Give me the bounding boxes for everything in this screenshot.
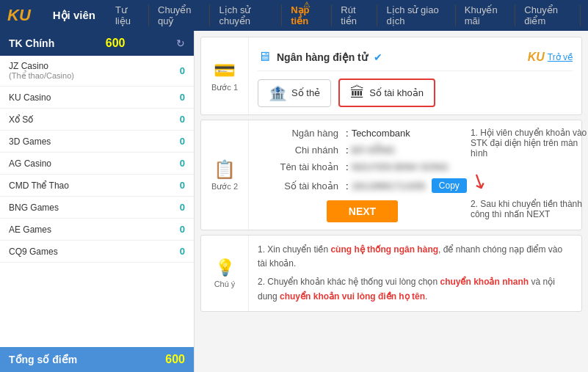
item-label: 3D Games [9,136,51,147]
note-text-2a: 2. Chuyển khoản khác hệ thống vui lòng c… [258,277,440,287]
arrow-icon: ↘ [466,167,492,196]
list-item[interactable]: JZ Casino (Thể thao/Casino) 0 [0,56,194,87]
list-item[interactable]: CQ9 Games 0 [0,241,194,263]
colon2: : [346,145,349,156]
item-value: 0 [180,224,185,235]
note-text-2c: . [425,291,427,302]
bank-top-bar: 🖥 Ngân hàng điện tử ✔ KU Trở về [258,45,573,71]
note-text-1a: 1. Xin chuyển tiền [258,244,330,255]
step2-icon-col: 📋 Bước 2 [201,120,249,230]
account-num-field-label: Số tài khoản [258,180,338,192]
note-highlight-1: cùng hệ thống ngân hàng [330,244,438,255]
sidebar: TK Chính 600 ↻ JZ Casino (Thể thao/Casin… [0,31,195,372]
bank-field-label: Ngân hàng [258,128,338,139]
warning-icon: ⚠ [303,0,311,10]
monitor-icon: 🖥 [258,49,271,65]
branch-field-label: Chi nhánh [258,145,338,156]
item-value: 0 [180,65,185,76]
item-value: 0 [180,246,185,257]
note-card: 💡 Chú ý 1. Xin chuyển tiền cùng hệ thống… [200,235,582,312]
note-icon-col: 💡 Chú ý [201,236,249,311]
section-title: Hội viên [42,9,106,22]
list-item[interactable]: CMD Thể Thao 0 [0,175,194,197]
account-num-field-value: 19119991711935 [352,180,426,192]
back-button[interactable]: Trở về [548,52,573,62]
item-value: 0 [180,114,185,125]
check-icon: ✔ [374,51,382,63]
item-label: BNG Games [9,203,59,213]
step2-body: Ngân hàng : Techcombank Chi nhánh : ĐÀ N… [258,128,588,222]
bank-section-label: Ngân hàng điện tử [277,51,368,63]
list-item[interactable]: 3D Games 0 [0,131,194,153]
item-value: 0 [180,92,185,103]
nav-khuyen-mai[interactable]: Khuyến mãi [456,4,516,26]
chuy-label: Chú ý [214,280,236,288]
bank-field-value: Techcombank [352,128,467,139]
list-item[interactable]: AG Casino 0 [0,153,194,175]
item-value: 0 [180,136,185,147]
step2-fields: Ngân hàng : Techcombank Chi nhánh : ĐÀ N… [258,128,467,222]
sidebar-header-title: TK Chính [9,37,54,49]
item-value: 0 [180,202,185,213]
header: KU Hội viên Tư liệu Chuyển quỹ Lịch sử c… [0,0,588,31]
nav-chuyen-quy[interactable]: Chuyển quỹ [149,4,210,26]
colon3: : [346,161,349,172]
item-value: 0 [180,180,185,191]
step1-content: 🖥 Ngân hàng điện tử ✔ KU Trở về 🏦 Số thẻ [249,37,581,114]
method-so-the-button[interactable]: 🏦 Số thẻ [258,79,331,107]
sidebar-footer: Tổng số điểm 600 [0,347,194,372]
note-line-1: 1. Xin chuyển tiền cùng hệ thống ngân hà… [258,243,573,271]
item-value: 0 [180,158,185,169]
sidebar-header-value: 600 [106,37,126,50]
item-label: Xổ Số [9,114,33,125]
colon1: : [346,128,349,139]
logo: KU [7,6,31,25]
item-label: KU Casino [9,92,51,103]
main-nav: Tư liệu Chuyển quỹ Lịch sử chuyển ⚠ Nạp … [106,4,581,26]
note2-right: 2. Sau khi chuyển tiền thành công thì nh… [471,199,588,219]
copy-button[interactable]: Copy [432,178,467,193]
main-content: 💳 Bước 1 🖥 Ngân hàng điện tử ✔ KU Trở về [195,31,588,372]
bank-method-icon: 🏛 [350,84,365,101]
bank-field-row: Ngân hàng : Techcombank [258,128,467,139]
footer-label: Tổng số điểm [9,354,77,365]
step2-card: 📋 Bước 2 Ngân hàng : Techcombank Chi n [200,120,582,230]
branch-field-row: Chi nhánh : ĐÀ NẴNG [258,145,467,156]
method-row: 🏦 Số thẻ 🏛 Số tài khoản [258,79,573,107]
item-label: CQ9 Games [9,247,58,257]
method-so-tai-khoan-button[interactable]: 🏛 Số tài khoản [338,79,435,107]
list-item[interactable]: Xổ Số 0 [0,109,194,131]
account-name-field-label: Tên tài khoản [258,161,338,172]
nav-lich-su-chuyen[interactable]: Lịch sử chuyển [210,4,282,26]
account-name-field-value: NGUYEN BINH SONG [352,161,467,172]
nav-chuyen-diem[interactable]: Chuyển điểm [515,4,581,26]
bank-info: 🖥 Ngân hàng điện tử ✔ [258,49,382,65]
nav-lich-su-giao-dich[interactable]: Lịch sử giao dịch [377,4,455,26]
next-button[interactable]: NEXT [327,200,398,222]
item-label: JZ Casino [9,61,74,71]
nav-nap-tien[interactable]: ⚠ Nạp tiền [282,4,332,26]
list-item[interactable]: AE Games 0 [0,219,194,241]
step2-content: Ngân hàng : Techcombank Chi nhánh : ĐÀ N… [249,120,588,230]
method-so-the-label: Số thẻ [291,87,320,98]
main-layout: TK Chính 600 ↻ JZ Casino (Thể thao/Casin… [0,31,588,372]
list-item[interactable]: KU Casino 0 [0,87,194,109]
footer-value: 600 [165,353,185,366]
nav-tu-lieu[interactable]: Tư liệu [106,4,149,26]
branch-field-value: ĐÀ NẴNG [352,145,467,156]
item-label: AG Casino [9,158,51,169]
refresh-icon[interactable]: ↻ [176,37,185,49]
step1-label: Bước 1 [211,83,238,92]
item-sub: (Thể thao/Casino) [9,71,74,81]
list-item[interactable]: BNG Games 0 [0,197,194,219]
note-highlight-3: chuyển khoản vui lòng điền họ tên [280,291,425,302]
ku-logo-small: KU [528,51,545,64]
nav-rut-tien[interactable]: Rút tiền [332,4,377,26]
back-section: KU Trở về [528,51,573,64]
card-method-icon: 🏦 [269,84,287,102]
item-label: CMD Thể Thao [9,180,69,191]
note-highlight-2: chuyển khoản nhanh [440,277,529,287]
account-name-field-row: Tên tài khoản : NGUYEN BINH SONG [258,161,467,172]
step1-card: 💳 Bước 1 🖥 Ngân hàng điện tử ✔ KU Trở về [200,37,582,115]
sidebar-header: TK Chính 600 ↻ [0,31,194,56]
